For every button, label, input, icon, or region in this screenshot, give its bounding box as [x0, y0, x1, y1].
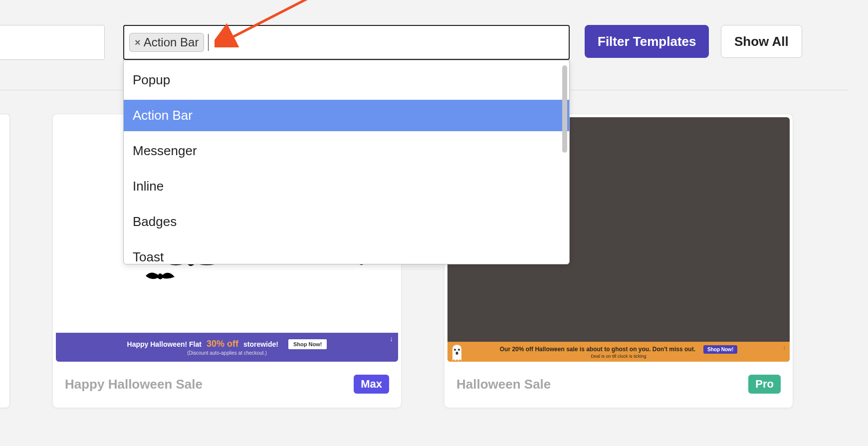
dropdown-option-inline[interactable]: Inline — [124, 171, 569, 202]
banner-shop-button[interactable]: Shop Now! — [288, 339, 327, 349]
template-type-dropdown[interactable]: Popup Action Bar Messenger Inline Badges… — [123, 60, 570, 264]
remove-chip-icon[interactable]: × — [135, 37, 141, 47]
template-title: Halloween Sale — [456, 377, 551, 392]
banner-subtext: (Discount auto-applies at checkout.) — [187, 350, 267, 356]
banner-subtext: Deal is on till clock is ticking — [591, 354, 646, 359]
banner-shop-button[interactable]: Shop Now! — [703, 345, 737, 354]
action-bar-banner: Our 20% off Halloween sale is about to g… — [447, 342, 790, 362]
chip-label: Action Bar — [144, 35, 199, 49]
tier-badge-pro: Pro — [748, 375, 781, 394]
collapse-icon[interactable]: ↓ — [390, 335, 393, 343]
dropdown-option-toast[interactable]: Toast — [124, 241, 569, 264]
dropdown-option-popup[interactable]: Popup — [124, 64, 569, 96]
selected-chip-action-bar[interactable]: × Action Bar — [129, 33, 204, 52]
ghost-icon — [450, 344, 463, 361]
svg-point-3 — [458, 349, 460, 351]
action-bar-banner: Happy Halloween! Flat 30% off storewide!… — [56, 333, 398, 362]
dropdown-option-badges[interactable]: Badges — [124, 206, 569, 237]
dropdown-scrollbar-thumb[interactable] — [562, 65, 567, 153]
previous-card-edge[interactable] — [0, 114, 10, 408]
template-type-multiselect[interactable]: × Action Bar — [123, 25, 570, 60]
svg-point-2 — [454, 349, 456, 351]
banner-text-suffix: storewide! — [243, 340, 278, 348]
card-footer: Happy Halloween Sale Max — [53, 365, 401, 407]
filter-templates-button[interactable]: Filter Templates — [585, 25, 709, 58]
collapse-icon[interactable]: ↓ — [783, 344, 786, 351]
svg-point-4 — [456, 352, 458, 355]
dropdown-option-action-bar[interactable]: Action Bar — [124, 100, 569, 131]
banner-highlight: 30% off — [207, 339, 238, 349]
previous-filter-input[interactable] — [0, 25, 105, 60]
banner-text: Our 20% off Halloween sale is about to g… — [500, 346, 695, 353]
template-title: Happy Halloween Sale — [65, 377, 203, 392]
show-all-button[interactable]: Show All — [721, 25, 802, 58]
card-footer: Halloween Sale Pro — [444, 365, 793, 407]
text-cursor — [208, 34, 209, 51]
dropdown-option-messenger[interactable]: Messenger — [124, 135, 569, 167]
tier-badge-max: Max — [354, 375, 389, 394]
banner-text-prefix: Happy Halloween! Flat — [127, 340, 202, 348]
